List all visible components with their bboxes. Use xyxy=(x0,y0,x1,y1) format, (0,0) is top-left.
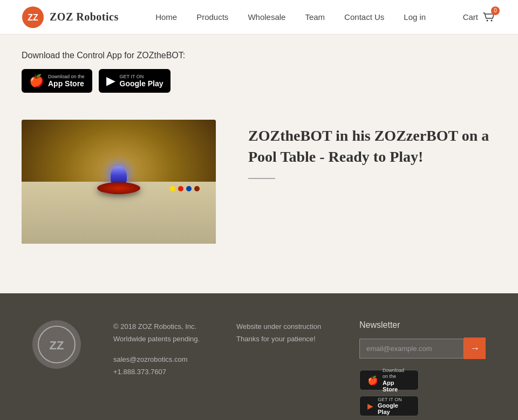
footer-copyright: © 2018 ZOZ Robotics, Inc. xyxy=(113,320,204,333)
product-image xyxy=(22,120,216,244)
google-play-small-text: GET IT ON xyxy=(120,74,163,80)
footer-patience: Thanks for your patience! xyxy=(236,333,327,345)
google-play-icon: ▶ xyxy=(106,74,115,88)
footer-google-play-small: GET IT ON xyxy=(378,397,411,403)
product-info: ZOZtheBOT in his ZOZzerBOT on a Pool Tab… xyxy=(248,120,496,179)
cart-button[interactable]: Cart 0 xyxy=(463,10,496,25)
svg-text:ZZ: ZZ xyxy=(50,339,64,352)
google-play-large-text: Google Play xyxy=(120,79,163,88)
footer-logo-svg: ZZ xyxy=(38,326,76,363)
footer-logo: ZZ xyxy=(32,320,81,369)
footer-apple-icon: 🍎 xyxy=(367,375,378,385)
footer-email[interactable]: sales@zozrobotics.com xyxy=(113,355,187,363)
footer-newsletter: Newsletter → 🍎 Download on the App Store… xyxy=(359,320,486,416)
logo-icon: ZZ xyxy=(22,6,44,29)
robot-body xyxy=(97,162,140,194)
nav-products[interactable]: Products xyxy=(196,12,228,22)
nav-team[interactable]: Team xyxy=(305,12,325,22)
footer-website-status: Website under construction xyxy=(236,320,327,333)
svg-text:ZZ: ZZ xyxy=(28,13,38,22)
main-nav: Home Products Wholesale Team Contact Us … xyxy=(155,12,426,22)
app-badges-section: 🍎 Download on the App Store ▶ GET IT ON … xyxy=(22,69,496,93)
download-heading: Download the Control App for ZOZtheBOT: xyxy=(22,51,496,60)
robot-scene xyxy=(22,120,216,244)
pool-balls xyxy=(170,186,200,191)
footer-app-badges: 🍎 Download on the App Store ▶ GET IT ON … xyxy=(359,370,486,416)
header: ZZ ZOZ Robotics Home Products Wholesale … xyxy=(0,0,518,35)
newsletter-form: → xyxy=(359,338,486,359)
nav-home[interactable]: Home xyxy=(155,12,177,22)
product-title: ZOZtheBOT in his ZOZzerBOT on a Pool Tab… xyxy=(248,125,496,167)
newsletter-submit-button[interactable]: → xyxy=(464,338,486,359)
robot-disc xyxy=(97,182,140,194)
google-play-badge[interactable]: ▶ GET IT ON Google Play xyxy=(99,69,171,93)
footer-app-store-badge[interactable]: 🍎 Download on the App Store xyxy=(359,370,419,390)
footer-company-col: © 2018 ZOZ Robotics, Inc. Worldwide pate… xyxy=(113,320,204,378)
apple-icon: 🍎 xyxy=(29,74,44,88)
logo-link[interactable]: ZZ ZOZ Robotics xyxy=(22,6,119,29)
footer-app-store-large: App Store xyxy=(383,380,411,393)
newsletter-title: Newsletter xyxy=(359,320,486,330)
product-divider xyxy=(248,178,275,179)
footer-phone: +1.888.373.7607 xyxy=(113,368,166,376)
cart-label: Cart xyxy=(463,12,478,22)
app-store-small-text: Download on the xyxy=(48,74,85,80)
arrow-right-icon: → xyxy=(470,343,480,354)
footer-google-play-icon: ▶ xyxy=(367,402,373,411)
app-store-badge[interactable]: 🍎 Download on the App Store xyxy=(22,69,92,93)
nav-wholesale[interactable]: Wholesale xyxy=(248,12,285,22)
product-section: ZOZtheBOT in his ZOZzerBOT on a Pool Tab… xyxy=(22,120,496,244)
footer-patents: Worldwide patents pending. xyxy=(113,333,204,345)
footer: ZZ © 2018 ZOZ Robotics, Inc. Worldwide p… xyxy=(0,293,518,420)
footer-app-store-small: Download on the xyxy=(383,368,411,380)
footer-status-col: Website under construction Thanks for yo… xyxy=(236,320,327,346)
footer-google-play-large: Google Play xyxy=(378,402,411,415)
svg-point-3 xyxy=(491,19,493,21)
nav-login[interactable]: Log in xyxy=(404,12,426,22)
brand-name: ZOZ Robotics xyxy=(50,11,119,23)
cart-icon-wrap: 0 xyxy=(481,10,496,25)
main-content: Download the Control App for ZOZtheBOT: … xyxy=(0,35,518,293)
nav-contact[interactable]: Contact Us xyxy=(344,12,384,22)
app-store-large-text: App Store xyxy=(48,79,85,88)
footer-google-play-badge[interactable]: ▶ GET IT ON Google Play xyxy=(359,396,419,416)
footer-logo-icon: ZZ xyxy=(32,320,81,369)
cart-badge: 0 xyxy=(491,6,500,15)
svg-point-2 xyxy=(487,19,488,21)
newsletter-email-input[interactable] xyxy=(359,339,464,359)
